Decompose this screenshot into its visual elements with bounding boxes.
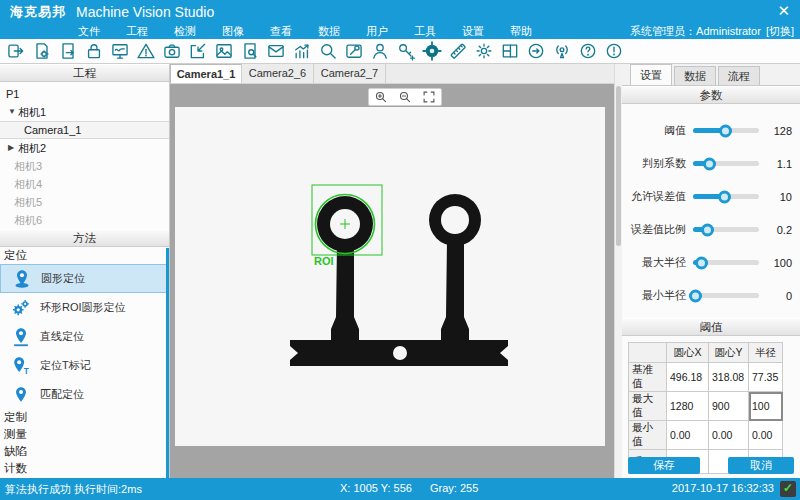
toolbar: [0, 39, 800, 64]
zoom-out-icon[interactable]: [398, 90, 412, 104]
camera-icon[interactable]: [159, 40, 185, 63]
cancel-button[interactable]: 取消: [728, 457, 794, 474]
layout-icon[interactable]: [497, 40, 523, 63]
tree-item-camera3[interactable]: 相机3: [0, 157, 169, 175]
max-radius-slider[interactable]: [693, 260, 759, 265]
min-radius-slider[interactable]: [693, 293, 759, 298]
document-settings-icon[interactable]: [29, 40, 55, 63]
tab-camera1-1[interactable]: Camera1_1: [170, 64, 242, 83]
menu-image[interactable]: 图像: [222, 24, 244, 39]
tab-settings[interactable]: 设置: [630, 64, 672, 85]
discrimination-slider[interactable]: [693, 161, 759, 166]
menu-file[interactable]: 文件: [78, 24, 100, 39]
save-button[interactable]: 保存: [628, 457, 700, 474]
menu-data[interactable]: 数据: [318, 24, 340, 39]
cell-max-y[interactable]: 900: [709, 392, 749, 421]
search-icon[interactable]: [315, 40, 341, 63]
user-icon[interactable]: [367, 40, 393, 63]
settings-panel: 设置 数据 流程 参数 阈值 128 判别系数 1.1 允许误差值: [622, 64, 800, 478]
document-search-icon[interactable]: [237, 40, 263, 63]
method-group-count[interactable]: 计数: [0, 460, 169, 477]
mail-icon[interactable]: [263, 40, 289, 63]
tree-item-camera4[interactable]: 相机4: [0, 175, 169, 193]
export-icon[interactable]: [3, 40, 29, 63]
lock-icon[interactable]: [81, 40, 107, 63]
zoom-in-icon[interactable]: [374, 90, 388, 104]
document-export-icon[interactable]: [55, 40, 81, 63]
menu-tools[interactable]: 工具: [414, 24, 436, 39]
zoom-toolbar: [368, 88, 442, 106]
method-circle-locate[interactable]: 圆形定位: [0, 264, 169, 293]
allowed-error-slider[interactable]: [693, 194, 759, 199]
methods-scrollbar[interactable]: [166, 248, 169, 478]
method-ring-roi-circle-locate[interactable]: 环形ROI圆形定位: [0, 293, 169, 322]
method-match-locate[interactable]: 匹配定位: [0, 380, 169, 409]
slider-row-threshold: 阈值 128: [626, 114, 792, 147]
key-add-icon[interactable]: [393, 40, 419, 63]
tree-item-camera5[interactable]: 相机5: [0, 193, 169, 211]
menu-view[interactable]: 查看: [270, 24, 292, 39]
method-group-measure[interactable]: 测量: [0, 426, 169, 443]
methods-header: 方法: [0, 229, 169, 247]
image-icon[interactable]: [211, 40, 237, 63]
params-header: 参数: [622, 86, 800, 104]
max-radius-value: 100: [766, 257, 792, 269]
monitor-icon[interactable]: [107, 40, 133, 63]
close-icon[interactable]: ✕: [777, 2, 790, 20]
table-row-min: 最小值 0.00 0.00 0.00: [629, 421, 783, 450]
menu-help[interactable]: 帮助: [510, 24, 532, 39]
tree-item-camera2[interactable]: ▶相机2: [0, 139, 169, 157]
error-ratio-slider[interactable]: [693, 227, 759, 232]
warning-icon[interactable]: [133, 40, 159, 63]
chevron-right-icon[interactable]: ▶: [8, 139, 18, 157]
tab-flow[interactable]: 流程: [718, 66, 760, 85]
chart-icon[interactable]: [289, 40, 315, 63]
cell-max-r[interactable]: 100: [749, 392, 783, 421]
method-locate-t-mark[interactable]: T 定位T标记: [0, 351, 169, 380]
menu-detect[interactable]: 检测: [174, 24, 196, 39]
threshold-slider[interactable]: [693, 128, 759, 133]
cell-min-y[interactable]: 0.00: [709, 421, 749, 450]
cell-baseline-y[interactable]: 318.08: [709, 363, 749, 392]
clock: 2017-10-17 16:32:33: [672, 482, 774, 494]
method-group-positioning[interactable]: 定位: [0, 247, 169, 264]
import-icon[interactable]: [185, 40, 211, 63]
method-group-defect[interactable]: 缺陷: [0, 443, 169, 460]
threshold-header: 阈值: [622, 318, 800, 336]
image-viewport[interactable]: ROI: [170, 84, 614, 478]
vertical-scrollbar[interactable]: [614, 64, 622, 478]
target-icon[interactable]: [419, 40, 445, 63]
cell-min-x[interactable]: 0.00: [667, 421, 709, 450]
fit-screen-icon[interactable]: [422, 90, 436, 104]
chevron-down-icon[interactable]: ▼: [8, 103, 18, 121]
tree-item-p1[interactable]: P1: [0, 85, 169, 103]
cell-min-r[interactable]: 0.00: [749, 421, 783, 450]
toolbox-icon[interactable]: [341, 40, 367, 63]
cell-max-x[interactable]: 1280: [667, 392, 709, 421]
menu-user[interactable]: 用户: [366, 24, 388, 39]
help-icon[interactable]: [575, 40, 601, 63]
refresh-icon[interactable]: [523, 40, 549, 63]
tree-item-camera6[interactable]: 相机6: [0, 211, 169, 229]
alert-icon[interactable]: [601, 40, 627, 63]
tab-data[interactable]: 数据: [674, 66, 716, 85]
method-group-custom[interactable]: 定制: [0, 409, 169, 426]
tree-item-camera1[interactable]: ▼相机1: [0, 103, 169, 121]
scrollbar-thumb[interactable]: [616, 86, 621, 246]
tab-camera2-6[interactable]: Camera2_6: [242, 64, 314, 83]
menu-project[interactable]: 工程: [126, 24, 148, 39]
ruler-icon[interactable]: [445, 40, 471, 63]
switch-user-button[interactable]: [切换]: [766, 24, 794, 39]
tree-item-camera1-1[interactable]: Camera1_1: [0, 121, 169, 139]
tab-camera2-7[interactable]: Camera2_7: [314, 64, 386, 83]
menu-settings[interactable]: 设置: [462, 24, 484, 39]
execution-status: 算法执行成功 执行时间:2ms: [5, 482, 142, 497]
camera-image[interactable]: ROI: [175, 107, 605, 446]
cell-baseline-x[interactable]: 496.18: [667, 363, 709, 392]
broadcast-icon[interactable]: [549, 40, 575, 63]
method-line-locate[interactable]: 直线定位: [0, 322, 169, 351]
app-title: Machine Vision Studio: [76, 4, 214, 20]
cell-baseline-r[interactable]: 77.35: [749, 363, 783, 392]
gear-icon[interactable]: [471, 40, 497, 63]
pin-line-icon: [10, 326, 32, 348]
